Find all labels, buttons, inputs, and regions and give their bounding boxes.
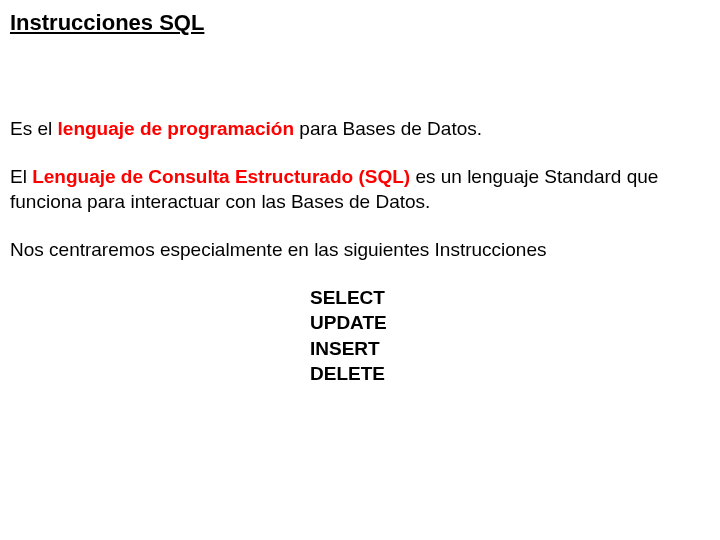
instruction-insert: INSERT bbox=[310, 336, 710, 362]
p2-highlight: Lenguaje de Consulta Estructurado (SQL) bbox=[32, 166, 410, 187]
paragraph-3: Nos centraremos especialmente en las sig… bbox=[10, 237, 710, 263]
p1-post: para Bases de Datos. bbox=[294, 118, 482, 139]
paragraph-1: Es el lenguaje de programación para Base… bbox=[10, 116, 710, 142]
p1-pre: Es el bbox=[10, 118, 58, 139]
instruction-update: UPDATE bbox=[310, 310, 710, 336]
paragraph-2: El Lenguaje de Consulta Estructurado (SQ… bbox=[10, 164, 710, 215]
p2-pre: El bbox=[10, 166, 32, 187]
p1-highlight: lenguaje de programación bbox=[58, 118, 295, 139]
instruction-list: SELECT UPDATE INSERT DELETE bbox=[310, 285, 710, 388]
instruction-delete: DELETE bbox=[310, 361, 710, 387]
slide: Instrucciones SQL Es el lenguaje de prog… bbox=[0, 0, 720, 540]
instruction-select: SELECT bbox=[310, 285, 710, 311]
page-title: Instrucciones SQL bbox=[10, 10, 710, 36]
